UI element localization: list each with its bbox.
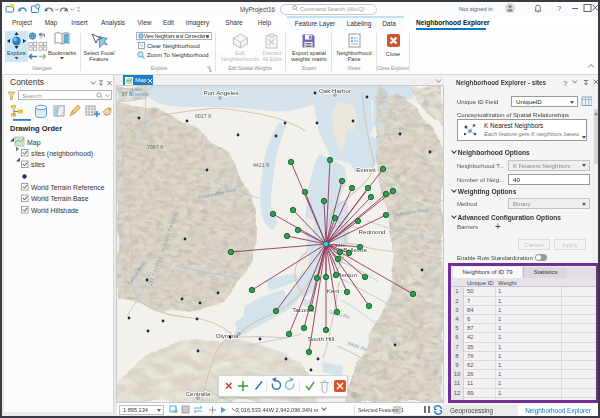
svg-text:Port Angeles: Port Angeles bbox=[203, 89, 238, 96]
svg-text:Everett: Everett bbox=[356, 166, 376, 173]
svg-text:Crescent: Crescent bbox=[129, 92, 149, 97]
svg-text:4421 ft: 4421 ft bbox=[253, 162, 270, 168]
svg-text:World Terrain Reference: World Terrain Reference bbox=[31, 184, 105, 191]
svg-text:Map: Map bbox=[27, 139, 41, 147]
svg-text:World Hillshade: World Hillshade bbox=[31, 207, 79, 214]
svg-text:?: ? bbox=[563, 79, 568, 88]
svg-text:sites (neighborhood): sites (neighborhood) bbox=[31, 150, 93, 158]
svg-text:?: ? bbox=[557, 4, 562, 13]
svg-text:7967 ft: 7967 ft bbox=[147, 144, 164, 150]
svg-text:Centralia: Centralia bbox=[186, 390, 211, 397]
svg-text:Redmond: Redmond bbox=[359, 228, 386, 235]
svg-text:World Terrain Base: World Terrain Base bbox=[31, 195, 89, 202]
svg-text:sites: sites bbox=[31, 161, 46, 168]
svg-text:Olympia: Olympia bbox=[216, 332, 239, 339]
svg-text:Oak Harbor: Oak Harbor bbox=[319, 87, 351, 94]
svg-text:6027 ft: 6027 ft bbox=[195, 113, 212, 119]
